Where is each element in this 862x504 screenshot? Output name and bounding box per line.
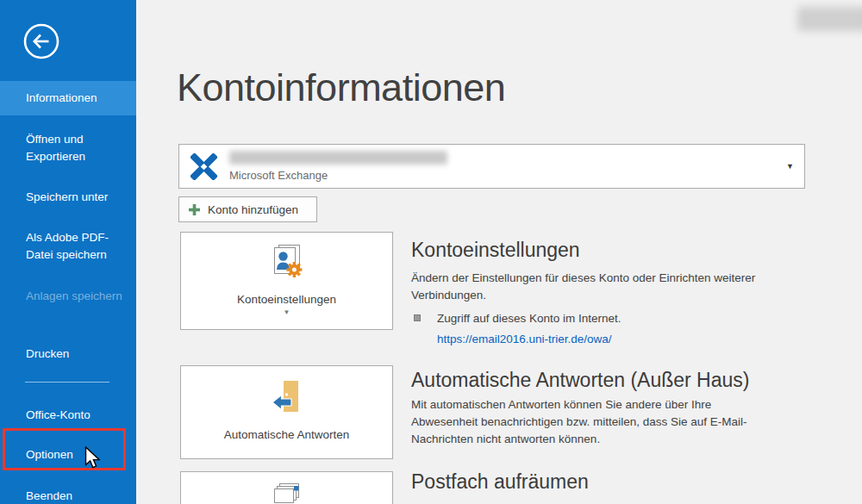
plus-icon [189, 204, 200, 215]
account-settings-description: Ändern der Einstellungen für dieses Kont… [411, 270, 758, 304]
sidebar-item-als-adobe-pdf-speichern[interactable]: Als Adobe PDF-Datei speichern [0, 229, 136, 264]
automatic-replies-button-label: Automatische Antworten [224, 428, 350, 441]
account-info-panel: Kontoinformationen Microsoft Exchange ▼ [136, 0, 862, 504]
sidebar-item-informationen[interactable]: Informationen [0, 81, 136, 115]
exchange-logo-icon [191, 153, 217, 184]
internet-access-bullet-row: Zugriff auf dieses Konto im Internet. [414, 310, 622, 327]
bullet-square-icon [414, 314, 421, 321]
automatic-replies-button[interactable]: Automatische Antworten [180, 365, 393, 459]
account-provider-label: Microsoft Exchange [229, 169, 328, 182]
mailbox-cleanup-button[interactable] [180, 471, 393, 504]
sidebar-item-beenden[interactable]: Beenden [0, 488, 136, 504]
automatic-replies-description: Mit automatischen Antworten können Sie a… [411, 396, 780, 448]
sidebar-item-drucken[interactable]: Drucken [0, 345, 136, 363]
automatic-replies-heading: Automatische Antworten (Außer Haus) [411, 369, 749, 392]
sidebar-item-oeffnen-und-exportieren[interactable]: Öffnen und Exportieren [0, 131, 136, 165]
mailbox-cleanup-heading: Postfach aufräumen [411, 470, 589, 494]
internet-access-bullet-text: Zugriff auf dieses Konto im Internet. [437, 310, 622, 327]
outlook-backstage-view: Informationen Öffnen und Exportieren Spe… [0, 0, 862, 504]
sidebar-item-anlagen-speichern-disabled: Anlagen speichern [0, 288, 136, 305]
account-selector-dropdown[interactable]: Microsoft Exchange ▼ [178, 144, 805, 189]
account-settings-heading: Kontoeinstellungen [411, 239, 580, 262]
out-of-office-door-icon [270, 380, 304, 422]
sidebar-divider [25, 382, 109, 383]
redacted-email-address [229, 151, 447, 165]
redacted-user-badge [797, 7, 862, 31]
add-account-label: Konto hinzufügen [208, 203, 298, 216]
back-button[interactable] [22, 22, 60, 60]
page-title: Kontoinformationen [177, 65, 505, 110]
mailbox-cleanup-icon [272, 481, 303, 504]
backstage-sidebar: Informationen Öffnen und Exportieren Spe… [0, 0, 136, 504]
account-settings-button-label: Kontoeinstellungen [237, 293, 336, 306]
sidebar-item-office-konto[interactable]: Office-Konto [0, 407, 136, 424]
account-settings-button[interactable]: Kontoeinstellungen ▼ [180, 232, 393, 330]
sidebar-item-optionen[interactable]: Optionen [0, 446, 136, 464]
chevron-down-icon: ▼ [284, 308, 290, 316]
back-arrow-icon [22, 48, 60, 63]
add-account-button[interactable]: Konto hinzufügen [178, 196, 317, 222]
sidebar-item-speichern-unter[interactable]: Speichern unter [0, 189, 136, 206]
owa-link[interactable]: https://email2016.uni-trier.de/owa/ [437, 333, 612, 345]
account-settings-icon [267, 244, 307, 287]
chevron-down-icon[interactable]: ▼ [786, 162, 794, 171]
